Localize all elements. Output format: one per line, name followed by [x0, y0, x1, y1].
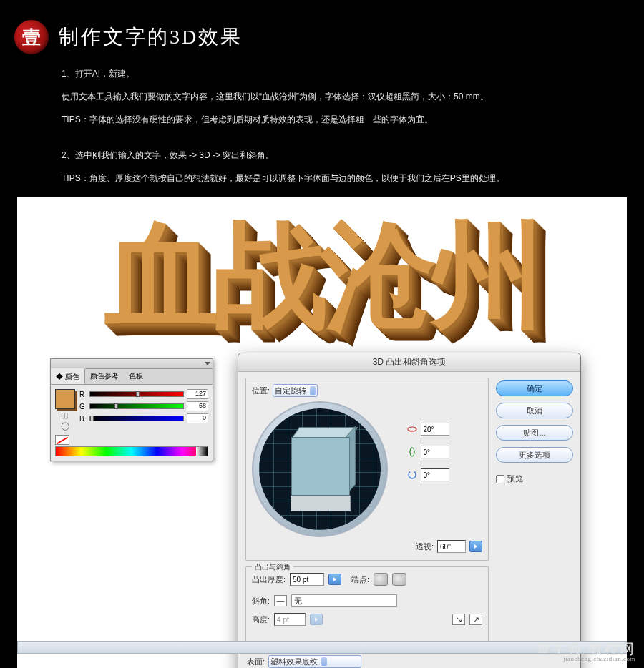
section-seal: 壹	[14, 20, 49, 54]
preview-checkbox[interactable]: 预览	[496, 473, 573, 484]
endcap-off[interactable]	[392, 573, 406, 586]
slider-track[interactable]	[89, 416, 184, 421]
channel-value[interactable]: 0	[187, 413, 208, 423]
instruction-line: TIPS：角度、厚度这个就按自己的想法就好，最好是可以调整下字体面与边的颜色，以…	[0, 166, 644, 189]
panel-tabs: ◆ 颜色 颜色参考 色板	[51, 369, 213, 385]
map-art-button[interactable]: 贴图...	[496, 425, 573, 441]
rotate-x-icon	[407, 424, 417, 434]
instruction-line: 使用文本工具输入我们要做的文字内容，这里我们以“血战沧州”为例，字体选择：汉仪超…	[0, 84, 644, 107]
fill-swatch[interactable]	[55, 389, 75, 409]
surface-label: 表面:	[247, 657, 265, 667]
channel-value[interactable]: 127	[187, 389, 208, 399]
bevel-dropdown[interactable]: 无	[291, 594, 397, 607]
bevel-height-input	[274, 613, 306, 626]
slider-track[interactable]	[89, 403, 184, 409]
svg-point-1	[410, 448, 414, 456]
instruction-line: TIPS：字体的选择没有硬性的要求，但考虑到后期材质特效的表现，还是选择粗一些的…	[0, 107, 644, 130]
extrude-depth-input[interactable]	[290, 573, 324, 586]
preview-label: 预览	[507, 473, 523, 484]
perspective-input[interactable]	[437, 540, 466, 553]
color-panel[interactable]: ◆ 颜色 颜色参考 色板 ◫ ◯ R 127 G	[50, 358, 213, 461]
checkbox-icon[interactable]	[496, 475, 504, 483]
panel-titlebar[interactable]	[51, 359, 213, 369]
bevel-in-icon[interactable]: ↘	[452, 614, 465, 625]
slider-r[interactable]: R 127	[79, 389, 208, 399]
artwork-3d-text: 血战沧州	[24, 202, 620, 352]
endcap-label: 端点:	[351, 574, 369, 585]
extrude-legend: 凸出与斜角	[252, 562, 293, 572]
rotate-z-icon	[407, 470, 417, 480]
bevel-height-label: 高度:	[252, 614, 270, 625]
bevel-out-icon[interactable]: ↗	[469, 614, 482, 625]
position-label: 位置:	[252, 385, 270, 396]
bevel-label: 斜角:	[252, 596, 270, 606]
height-stepper	[310, 614, 323, 625]
circle-icon: ◯	[61, 421, 69, 431]
artwork-text: 血战沧州	[104, 200, 540, 354]
perspective-label: 透视:	[416, 541, 434, 552]
section-title: 制作文字的3D效果	[59, 24, 243, 51]
watermark: 查字典 教程网 jiaocheng.chazidian.com	[536, 644, 635, 664]
channel-label: G	[79, 403, 87, 411]
bevel-shape-icon: —	[274, 595, 287, 606]
none-swatch[interactable]	[55, 435, 69, 445]
tab-swatches[interactable]: 色板	[124, 369, 148, 384]
angle-z-input[interactable]	[421, 468, 449, 481]
angle-x-input[interactable]	[421, 423, 449, 436]
channel-label: R	[79, 391, 87, 398]
extrude-stepper[interactable]	[328, 574, 341, 585]
position-dropdown[interactable]: 自定旋转	[273, 384, 318, 397]
dialog-title: 3D 凸出和斜角选项	[238, 353, 580, 372]
channel-label: B	[79, 415, 87, 423]
illustrator-canvas: 血战沧州 ◆ 颜色 颜色参考 色板 ◫ ◯ R 127	[17, 197, 627, 668]
angle-y-input[interactable]	[421, 446, 449, 458]
rotation-trackball[interactable]	[252, 401, 388, 537]
dialog-3d-extrude: 3D 凸出和斜角选项 位置: 自定旋转	[238, 353, 581, 668]
cube-icon: ◫	[61, 411, 69, 420]
slider-g[interactable]: G 68	[79, 401, 208, 411]
slider-b[interactable]: B 0	[79, 413, 208, 423]
instruction-line: 2、选中刚我们输入的文字，效果 -> 3D -> 突出和斜角。	[0, 143, 644, 166]
svg-point-0	[408, 427, 416, 431]
tab-color-guide[interactable]: 颜色参考	[85, 369, 124, 384]
instruction-line: 1、打开AI，新建。	[0, 62, 644, 84]
tab-color[interactable]: ◆ 颜色	[51, 368, 85, 384]
extrude-depth-label: 凸出厚度:	[252, 574, 286, 585]
more-options-button[interactable]: 更多选项	[496, 447, 573, 463]
surface-dropdown[interactable]: 塑料效果底纹	[268, 655, 361, 668]
spectrum-ramp[interactable]	[55, 446, 208, 456]
perspective-stepper[interactable]	[469, 541, 482, 552]
channel-value[interactable]: 68	[187, 401, 208, 411]
cancel-button[interactable]: 取消	[496, 403, 573, 418]
panel-menu-icon[interactable]	[205, 362, 210, 365]
slider-track[interactable]	[89, 391, 184, 397]
ok-button[interactable]: 确定	[496, 380, 573, 396]
rotate-y-icon	[407, 447, 417, 457]
endcap-on[interactable]	[374, 573, 388, 586]
